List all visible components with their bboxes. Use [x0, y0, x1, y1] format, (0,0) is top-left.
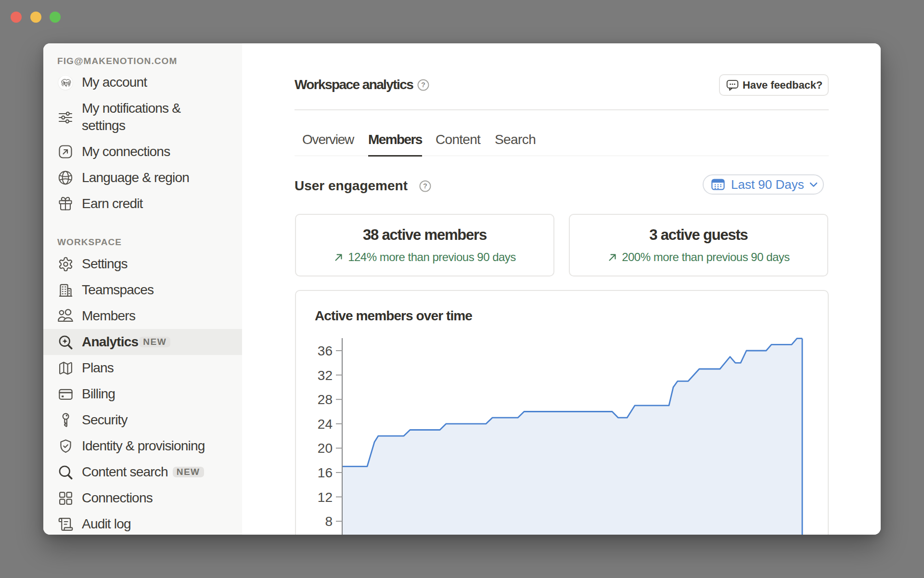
svg-text:12: 12 — [318, 490, 333, 505]
svg-text:8: 8 — [325, 514, 333, 529]
svg-text:32: 32 — [318, 368, 333, 383]
svg-text:?: ? — [421, 81, 425, 89]
svg-text:28: 28 — [318, 392, 333, 407]
svg-text:36: 36 — [318, 343, 333, 358]
svg-text:24: 24 — [318, 417, 333, 432]
svg-text:20: 20 — [318, 441, 333, 456]
svg-text:16: 16 — [318, 465, 333, 480]
svg-text:?: ? — [423, 182, 427, 190]
